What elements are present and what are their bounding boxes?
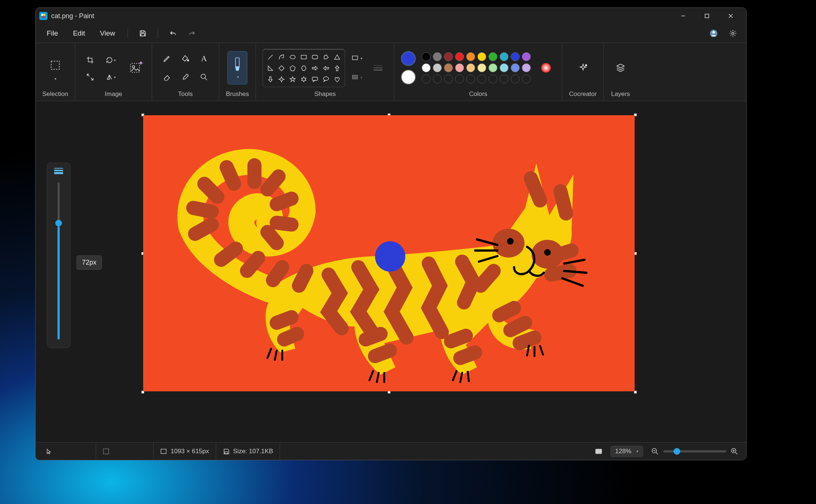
- secondary-color[interactable]: [401, 70, 416, 84]
- color-swatch[interactable]: [522, 63, 531, 72]
- shape-arrow-up[interactable]: [332, 63, 342, 73]
- color-swatch[interactable]: [488, 74, 497, 83]
- shape-callout-round[interactable]: [321, 74, 331, 84]
- titlebar: cat.png - Paint: [36, 8, 746, 24]
- color-swatch[interactable]: [466, 63, 475, 72]
- shape-heart[interactable]: [332, 74, 342, 84]
- svg-point-29: [541, 63, 551, 73]
- brush-size-slider[interactable]: [57, 182, 60, 339]
- color-swatch[interactable]: [500, 63, 509, 72]
- maximize-button[interactable]: [695, 8, 719, 24]
- resize-tool[interactable]: [82, 69, 98, 85]
- shape-line[interactable]: [265, 52, 276, 62]
- svg-line-37: [195, 225, 212, 234]
- color-swatch[interactable]: [522, 74, 531, 83]
- color-swatch[interactable]: [500, 52, 509, 61]
- color-swatch[interactable]: [522, 52, 531, 61]
- zoom-slider[interactable]: [663, 450, 726, 452]
- shape-fill-button[interactable]: ▾: [349, 69, 365, 86]
- color-swatch[interactable]: [422, 63, 431, 72]
- color-swatch[interactable]: [433, 52, 442, 61]
- settings-button[interactable]: [725, 25, 741, 42]
- shape-triangle[interactable]: [332, 52, 342, 62]
- shape-oval[interactable]: [287, 52, 298, 62]
- text-tool[interactable]: A: [196, 50, 212, 67]
- eraser-tool[interactable]: [159, 69, 175, 85]
- shape-roundrect[interactable]: [310, 52, 320, 62]
- shape-star4[interactable]: [276, 74, 287, 84]
- svg-point-62: [545, 250, 550, 255]
- zoom-in-button[interactable]: [726, 443, 743, 460]
- color-swatch[interactable]: [511, 52, 520, 61]
- pencil-tool[interactable]: [159, 50, 175, 67]
- remove-background-tool[interactable]: [125, 58, 145, 78]
- crop-tool[interactable]: [82, 52, 98, 68]
- selection-tool[interactable]: [45, 55, 65, 75]
- shape-right-triangle[interactable]: [265, 63, 276, 73]
- color-swatch[interactable]: [455, 74, 464, 83]
- edit-colors-button[interactable]: [537, 59, 555, 77]
- shape-star5[interactable]: [287, 74, 298, 84]
- redo-button[interactable]: [184, 25, 200, 42]
- shapes-gallery[interactable]: [263, 49, 345, 87]
- color-swatch[interactable]: [477, 63, 486, 72]
- color-swatch[interactable]: [455, 63, 464, 72]
- stroke-width-button[interactable]: [369, 60, 387, 76]
- fit-to-window-button[interactable]: [590, 443, 607, 460]
- color-swatch[interactable]: [511, 63, 520, 72]
- color-swatch[interactable]: [477, 74, 486, 83]
- color-swatch[interactable]: [444, 52, 453, 61]
- color-swatch[interactable]: [455, 52, 464, 61]
- menu-edit[interactable]: Edit: [67, 26, 91, 40]
- color-swatch[interactable]: [433, 74, 442, 83]
- brush-cursor-mark: [375, 241, 405, 272]
- zoom-level-dropdown[interactable]: 128% ▾: [611, 446, 643, 457]
- shape-curve[interactable]: [276, 52, 287, 62]
- color-swatch[interactable]: [466, 74, 475, 83]
- chevron-down-icon[interactable]: ▾: [55, 77, 56, 81]
- magnifier-tool[interactable]: [196, 69, 212, 85]
- shape-hexagon[interactable]: [299, 63, 309, 73]
- primary-color[interactable]: [401, 51, 416, 66]
- shape-outline-button[interactable]: ▾: [349, 50, 365, 66]
- shape-diamond[interactable]: [276, 63, 287, 73]
- fill-tool[interactable]: [177, 50, 194, 67]
- color-swatch[interactable]: [422, 52, 431, 61]
- shape-star6[interactable]: [299, 74, 309, 84]
- color-swatch[interactable]: [511, 74, 520, 83]
- shape-rect[interactable]: [299, 52, 309, 62]
- color-swatch[interactable]: [422, 74, 431, 83]
- color-swatch[interactable]: [477, 52, 486, 61]
- minimize-button[interactable]: [671, 8, 695, 24]
- svg-line-57: [277, 317, 292, 323]
- shape-arrow-down[interactable]: [265, 74, 276, 84]
- shape-polygon[interactable]: [321, 52, 331, 62]
- color-swatch[interactable]: [500, 74, 509, 83]
- shape-arrow-right[interactable]: [310, 63, 320, 73]
- color-swatch[interactable]: [488, 52, 497, 61]
- canvas[interactable]: [143, 115, 635, 391]
- color-swatch[interactable]: [466, 52, 475, 61]
- shape-callout[interactable]: [310, 74, 320, 84]
- divider: [128, 28, 128, 39]
- zoom-out-button[interactable]: [647, 443, 663, 460]
- color-swatch[interactable]: [444, 74, 453, 83]
- menu-file[interactable]: File: [41, 26, 64, 40]
- shape-arrow-left[interactable]: [321, 63, 331, 73]
- close-button[interactable]: [719, 8, 743, 24]
- account-button[interactable]: [705, 25, 722, 42]
- eyedropper-tool[interactable]: [177, 69, 194, 85]
- group-label-brushes: Brushes: [226, 90, 249, 98]
- shape-pentagon[interactable]: [287, 63, 298, 73]
- layers-button[interactable]: [611, 58, 631, 78]
- menu-view[interactable]: View: [94, 26, 121, 40]
- rotate-tool[interactable]: ▾: [103, 52, 119, 68]
- cocreator-button[interactable]: [573, 58, 593, 78]
- color-swatch[interactable]: [433, 63, 442, 72]
- color-swatch[interactable]: [488, 63, 497, 72]
- undo-button[interactable]: [165, 25, 181, 42]
- brush-tool[interactable]: ▾: [227, 51, 247, 84]
- flip-tool[interactable]: ▾: [103, 69, 119, 85]
- color-swatch[interactable]: [444, 63, 453, 72]
- save-button[interactable]: [135, 25, 151, 42]
